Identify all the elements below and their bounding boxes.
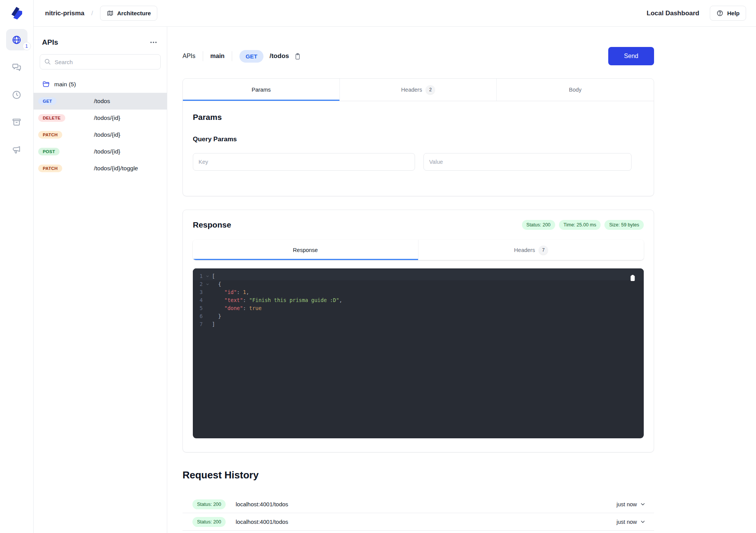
folder-icon — [42, 80, 50, 88]
code-line: 2 { — [193, 280, 644, 288]
history-status-badge: Status: 200 — [192, 499, 226, 509]
history-url: localhost:4001/todos — [236, 518, 288, 525]
ellipsis-icon — [149, 38, 158, 47]
params-title: Params — [193, 113, 644, 122]
endpoint-row-get-todos[interactable]: GET /todos — [34, 93, 167, 110]
megaphone-icon — [11, 145, 22, 155]
architecture-button-label: Architecture — [117, 10, 151, 16]
tab-body[interactable]: Body — [497, 79, 654, 101]
chevron-down-icon — [640, 501, 646, 507]
tab-response-headers[interactable]: Headers 7 — [418, 240, 644, 260]
top-bar: nitric-prisma / Architecture Local Dashb… — [34, 0, 756, 27]
response-header: Response Status: 200 Time: 25.00 ms Size… — [193, 220, 644, 230]
bucket-icon — [11, 117, 22, 128]
query-param-row — [193, 153, 644, 171]
response-code-viewer[interactable]: 1 [ 2 { 3 — [193, 268, 644, 438]
search-input[interactable] — [40, 54, 161, 69]
chevron-down-icon — [640, 519, 646, 525]
endpoint-row-delete-todo[interactable]: DELETE /todos/{id} — [34, 110, 167, 126]
nitric-logo-icon — [9, 5, 24, 20]
method-badge: POST — [38, 148, 60, 155]
tab-response-body[interactable]: Response — [193, 240, 418, 260]
apis-count-badge: 1 — [23, 42, 31, 50]
help-button[interactable]: Help — [710, 6, 746, 21]
search-icon — [44, 58, 51, 65]
response-tabs: Response Headers 7 — [193, 240, 644, 260]
endpoint-path: /todos/{id}/toggle — [94, 165, 138, 172]
history-row[interactable]: Status: 200 localhost:4001/todos just no… — [183, 513, 654, 531]
divider — [203, 51, 203, 61]
sidebar-header: APIs — [34, 27, 167, 47]
copy-response-button[interactable] — [628, 273, 637, 283]
endpoint-path: /todos/{id} — [94, 148, 120, 155]
headers-count-badge: 2 — [426, 85, 435, 94]
response-badges: Status: 200 Time: 25.00 ms Size: 59 byte… — [522, 220, 644, 230]
response-title: Response — [193, 220, 231, 229]
tab-params[interactable]: Params — [183, 79, 340, 101]
method-badge: PATCH — [38, 131, 62, 139]
history-expand-button[interactable]: just now — [614, 501, 648, 508]
breadcrumb-api-name: main — [210, 53, 225, 60]
apis-sidebar: APIs — [34, 27, 167, 533]
tab-headers[interactable]: Headers 2 — [340, 79, 497, 101]
history-row[interactable]: Status: 200 localhost:4001/todos just no… — [183, 496, 654, 513]
nav-item-schedules[interactable] — [6, 84, 27, 105]
nav-rail: 1 — [0, 0, 34, 533]
send-button[interactable]: Send — [608, 47, 654, 65]
method-badge: PATCH — [38, 165, 62, 172]
history-url: localhost:4001/todos — [236, 501, 288, 507]
nav-item-apis[interactable]: 1 — [6, 29, 27, 50]
code-line: 6 } — [193, 312, 644, 320]
question-circle-icon — [716, 10, 724, 17]
params-panel: Params Query Params — [183, 101, 654, 196]
nav-item-storage[interactable] — [6, 111, 27, 133]
app-window: 1 — [0, 0, 756, 533]
clipboard-icon — [294, 52, 302, 60]
request-tabs: Params Headers 2 Body — [183, 79, 654, 101]
main-content: APIs main GET /todos Send — [167, 27, 756, 533]
request-history-title: Request History — [183, 469, 756, 481]
map-icon — [107, 10, 114, 17]
project-name: nitric-prisma — [45, 10, 84, 17]
size-badge: Size: 59 bytes — [604, 220, 644, 230]
history-expand-button[interactable]: just now — [614, 518, 648, 525]
fold-chevron-icon[interactable] — [203, 272, 212, 280]
fold-chevron-icon[interactable] — [203, 280, 212, 288]
status-badge: Status: 200 — [522, 220, 555, 230]
sidebar-title: APIs — [42, 38, 58, 47]
endpoint-row-post-todo[interactable]: POST /todos/{id} — [34, 143, 167, 160]
endpoint-list: GET /todos DELETE /todos/{id} PATCH /tod… — [34, 93, 167, 177]
help-button-label: Help — [727, 10, 740, 16]
clipboard-icon — [629, 274, 636, 282]
copy-url-button[interactable] — [293, 52, 302, 61]
history-time: just now — [617, 501, 637, 507]
clock-icon — [11, 90, 22, 100]
divider — [232, 51, 232, 61]
endpoint-row-patch-todo[interactable]: PATCH /todos/{id} — [34, 126, 167, 143]
api-folder-main[interactable]: main (5) — [34, 69, 167, 93]
sidebar-menu-button[interactable] — [149, 37, 158, 47]
nav-item-websockets[interactable] — [6, 57, 27, 78]
response-headers-count-badge: 7 — [539, 246, 548, 255]
folder-label: main (5) — [54, 81, 76, 88]
method-badge: GET — [38, 97, 57, 105]
architecture-button[interactable]: Architecture — [100, 6, 157, 21]
chat-bubbles-icon — [11, 62, 22, 73]
response-card: Response Status: 200 Time: 25.00 ms Size… — [183, 210, 654, 452]
nav-item-topics[interactable] — [6, 139, 27, 160]
request-history-list: Status: 200 localhost:4001/todos just no… — [183, 496, 654, 531]
code-lines: 1 [ 2 { 3 — [193, 272, 644, 328]
param-value-input[interactable] — [423, 153, 632, 171]
request-config-card: Params Headers 2 Body Params Query Param… — [183, 78, 654, 196]
endpoint-row-patch-toggle[interactable]: PATCH /todos/{id}/toggle — [34, 160, 167, 177]
time-badge: Time: 25.00 ms — [559, 220, 601, 230]
code-line: 5 "done": true — [193, 304, 644, 312]
content-row: APIs — [34, 27, 756, 533]
code-line: 3 "id": 1, — [193, 288, 644, 296]
nitric-logo — [8, 4, 25, 21]
param-key-input[interactable] — [193, 153, 415, 171]
nav-rail-items: 1 — [6, 29, 27, 160]
method-badge: DELETE — [38, 114, 65, 122]
endpoint-path: /todos/{id} — [94, 115, 120, 121]
endpoint-path: /todos/{id} — [94, 131, 120, 138]
